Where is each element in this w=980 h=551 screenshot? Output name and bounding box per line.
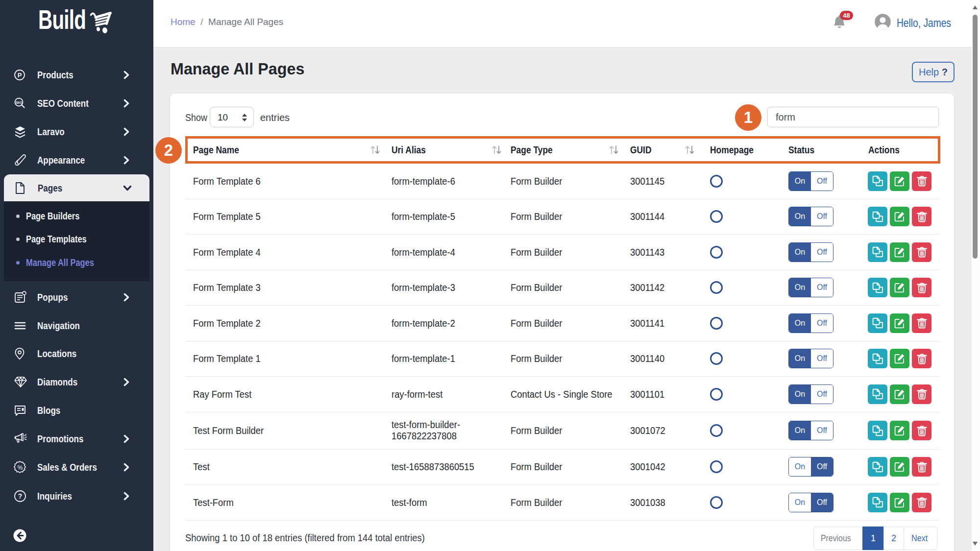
svg-text:%: % bbox=[18, 464, 23, 471]
svg-text:?: ? bbox=[18, 492, 23, 500]
svg-text:P: P bbox=[18, 72, 22, 79]
svg-text:SEO: SEO bbox=[16, 101, 23, 104]
